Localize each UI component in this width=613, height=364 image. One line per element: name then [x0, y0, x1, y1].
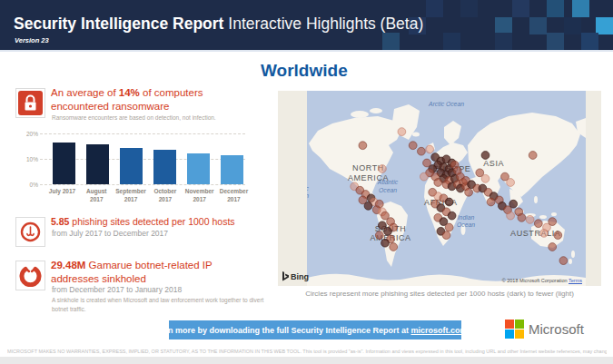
phishing-circle [426, 145, 434, 153]
report-title-subtitle: Interactive Highlights (Beta) [223, 15, 423, 33]
phishing-hook-icon [19, 221, 42, 243]
phishing-circle [418, 147, 426, 155]
gamarue-claw-icon [19, 264, 42, 287]
phishing-circle [379, 165, 387, 173]
header-mosaic-tile [547, 0, 564, 17]
phishing-value: 5.85 [51, 216, 69, 227]
phishing-circle [445, 198, 453, 206]
header-mosaic-tile [564, 17, 581, 34]
y-tick: 0% [24, 182, 38, 188]
phishing-circle [359, 142, 367, 150]
bar-december-2017 [221, 155, 243, 184]
header-mosaic-tile [512, 0, 529, 17]
phishing-period: from July 2017 to December 2017 [52, 229, 168, 238]
sir-dashboard: Security Intelligence Report Interactive… [0, 0, 613, 364]
report-title-bold: Security Intelligence Report [14, 15, 223, 33]
ms-square-red [505, 320, 514, 329]
header-divider [0, 50, 613, 52]
microsoft-logo: Microsoft [505, 320, 584, 339]
botnet-note: A sinkhole is created when Microsoft and… [52, 296, 265, 314]
ransomware-note: Ransomware encounters are based on detec… [52, 113, 261, 123]
phishing-circle [481, 174, 489, 182]
phishing-stat-text: 5.85 phishing sites detected per 1000 ho… [51, 216, 273, 229]
phishing-circle [518, 213, 526, 221]
phishing-circle [390, 243, 398, 251]
gridline-0 [40, 184, 245, 185]
ransomware-value: 14% [119, 87, 140, 98]
header-mosaic-tile [529, 17, 547, 34]
phishing-circle [442, 231, 450, 240]
y-tick: 10% [24, 156, 38, 162]
phishing-circle [526, 216, 534, 224]
bar-category-label: December 2017 [217, 188, 251, 204]
header-mosaic-tile [460, 0, 478, 17]
bar-category-label: October 2017 [148, 188, 182, 204]
botnet-icon-card [15, 261, 45, 290]
terms-link[interactable]: Terms [569, 278, 582, 283]
header-mosaic-tile [547, 33, 564, 50]
y-tick: 20% [24, 131, 38, 137]
bar-category-label: September 2017 [114, 188, 148, 204]
bar-plot [51, 133, 245, 184]
phishing-circle [398, 128, 406, 136]
ransomware-bar-chart[interactable]: 20%10%0% July 2017August 2017September 2… [24, 131, 245, 202]
report-title: Security Intelligence Report Interactive… [14, 15, 423, 34]
lock-icon [18, 91, 43, 115]
phishing-circle [434, 179, 442, 187]
bottom-strip [0, 357, 613, 364]
microsoft-wordmark: Microsoft [529, 321, 584, 337]
phishing-circles [307, 91, 586, 286]
bar-july-2017 [53, 143, 75, 184]
ms-square-blue [505, 330, 514, 339]
learn-more-banner[interactable]: Learn more by downloading the full Secur… [169, 320, 461, 339]
map-canvas[interactable]: Arctic Ocean Atlantic Ocean Indian Ocean… [307, 91, 586, 286]
botnet-period: from December 2017 to January 2018 [52, 285, 182, 294]
phishing-circle [540, 230, 549, 238]
sir-download-link[interactable]: microsoft.com/sir [411, 326, 480, 335]
phishing-circle [487, 198, 495, 206]
map-frame: Arctic Ocean Atlantic Ocean Indian Ocean… [278, 91, 601, 286]
phishing-circle [409, 142, 417, 150]
botnet-stat-text: 29.48M Gamarue botnet-related IP address… [51, 259, 232, 286]
header-mosaic-tile [572, 0, 589, 17]
phishing-circle [375, 231, 383, 240]
phishing-circle [384, 227, 392, 235]
phishing-circle [381, 239, 390, 247]
bar-november-2017 [187, 153, 210, 184]
ms-square-green [515, 320, 524, 329]
phishing-circle [509, 200, 518, 208]
bing-logo[interactable]: Bing [282, 271, 309, 281]
phishing-icon-card [15, 217, 45, 247]
bar-august-2017 [86, 144, 109, 184]
phishing-circle [549, 218, 557, 226]
phishing-circle [534, 220, 542, 228]
phishing-circle [507, 179, 515, 187]
map-copyright: © 2018 Microsoft Corporation Terms [502, 278, 582, 283]
phishing-circle [465, 188, 473, 196]
phishing-circle [559, 257, 568, 265]
ms-square-yellow [515, 330, 524, 339]
header-mosaic-tile [495, 33, 512, 50]
page-title-worldwide: Worldwide [261, 61, 348, 81]
botnet-value: 29.48M [51, 260, 85, 271]
legal-disclaimer: MICROSOFT MAKES NO WARRANTIES, EXPRESS, … [7, 349, 607, 354]
ransomware-icon-card [15, 88, 45, 118]
header-mosaic-tile [382, 33, 400, 50]
phishing-circle [549, 243, 557, 251]
header-mosaic-tile [426, 0, 443, 17]
bar-category-label: July 2017 [45, 188, 79, 204]
phishing-circle [420, 172, 429, 181]
bar-labels: July 2017August 2017September 2017Octobe… [45, 188, 251, 204]
version-label: Version 23 [15, 36, 49, 44]
header-mosaic-tile [581, 33, 598, 50]
bing-logo-text: Bing [291, 272, 309, 281]
phishing-circle [364, 202, 372, 210]
bar-category-label: August 2017 [80, 188, 114, 204]
map-legend-caption: Circles represent more phishing sites de… [275, 290, 604, 298]
bar-category-label: November 2017 [183, 188, 216, 204]
phishing-circle [529, 152, 537, 160]
bar-september-2017 [120, 148, 143, 184]
header-banner: Security Intelligence Report Interactive… [0, 0, 613, 50]
ransomware-stat-text: An average of 14% of computers encounter… [51, 86, 232, 113]
phishing-circle [507, 212, 515, 220]
